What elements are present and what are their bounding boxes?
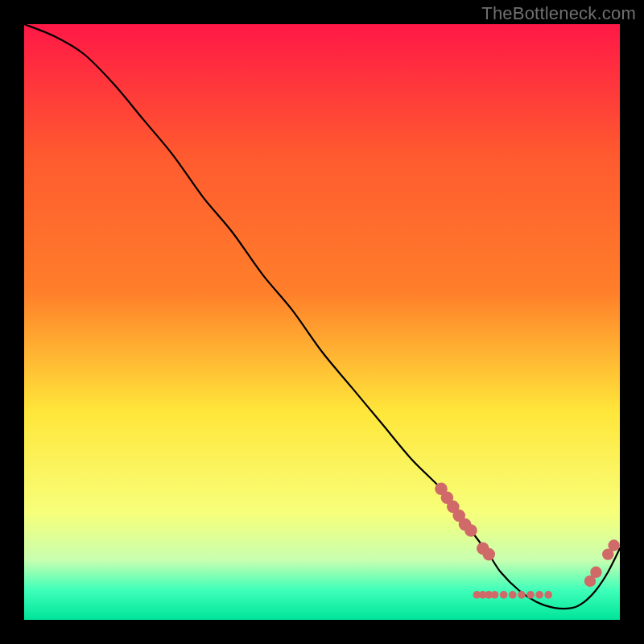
data-marker xyxy=(482,548,495,561)
data-marker xyxy=(526,591,535,599)
data-marker xyxy=(590,567,601,578)
data-marker xyxy=(464,524,477,537)
data-marker xyxy=(608,539,619,551)
data-marker xyxy=(491,591,499,599)
data-marker xyxy=(500,591,508,599)
data-marker xyxy=(518,591,526,599)
watermark-text: TheBottleneck.com xyxy=(481,3,636,24)
data-marker xyxy=(535,591,543,599)
chart-stage: TheBottleneck.com xyxy=(0,0,644,644)
chart-svg xyxy=(24,24,620,620)
data-marker xyxy=(544,591,552,599)
plot-area xyxy=(24,24,620,620)
data-marker xyxy=(509,591,517,599)
gradient-background xyxy=(24,24,620,620)
